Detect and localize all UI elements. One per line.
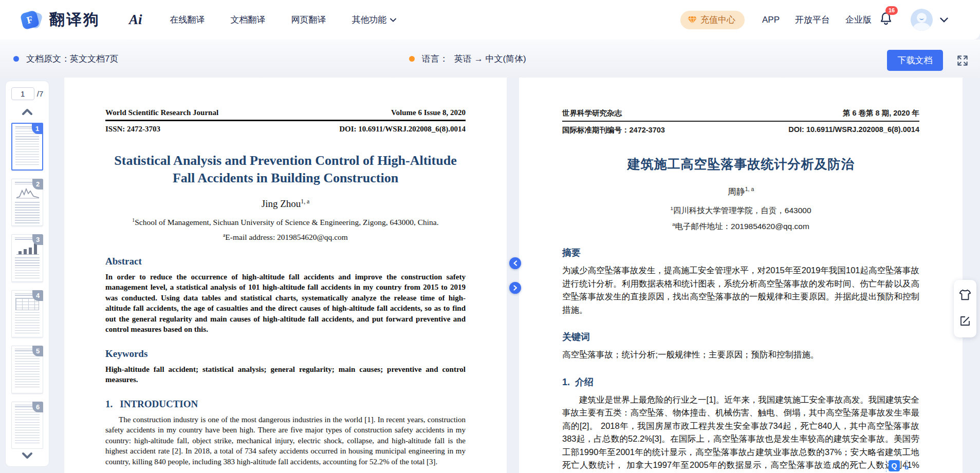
language-info: 语言： 英语 → 中文(简体)	[409, 40, 526, 78]
paper-author: Jing Zhou1, a	[105, 198, 466, 210]
nav-link-app[interactable]: APP	[762, 15, 780, 25]
chevron-up-icon	[21, 108, 33, 116]
keywords-heading-cn: 关键词	[562, 331, 919, 343]
chevron-right-icon	[513, 285, 517, 291]
keywords-text-cn: 高空坠落事故；统计分析;一般规律性；主要原因；预防和控制措施。	[562, 348, 919, 362]
recharge-center-button[interactable]: 充值中心	[680, 11, 745, 29]
word-lookup-button[interactable]: Q	[889, 460, 900, 471]
download-document-button[interactable]: 下载文档	[887, 50, 943, 71]
feedback-edit-button[interactable]	[959, 315, 971, 329]
keywords-text: High-altitude fall accident; statistical…	[105, 364, 466, 385]
document-toolbar: 文档原文：英文文档7页 语言： 英语 → 中文(简体)	[0, 40, 980, 78]
journal-issn-cn: 国际标准期刊编号：2472-3703	[562, 125, 665, 135]
edit-icon	[959, 315, 971, 327]
thumbnail-page-3[interactable]: 3	[11, 234, 43, 281]
fullscreen-expand-icon	[956, 54, 969, 67]
translated-document-panel: 世界科学研究杂志 第 6 卷第 8 期, 2020 年 国际标准期刊编号：247…	[519, 78, 963, 473]
page-number-badge: 5	[32, 346, 43, 356]
text-select-tool[interactable]: o u	[903, 459, 910, 470]
top-navbar: F 翻译狗 Ai 在线翻译 文档翻译 网页翻译 其他功能 充值中心 APP 开放…	[0, 0, 980, 40]
journal-doi: DOI: 10.6911/WSRJ.202008_6(8).0014	[339, 125, 466, 134]
paper-title: Statistical Analysis and Prevention Cont…	[105, 152, 466, 187]
page-number-badge: 1	[32, 123, 43, 134]
skin-tshirt-button[interactable]	[958, 288, 972, 304]
language-pair: 英语 → 中文(简体)	[454, 53, 526, 65]
page-number-badge: 2	[32, 179, 43, 190]
fullscreen-button[interactable]	[955, 53, 970, 68]
nav-item-more-features[interactable]: 其他功能	[352, 14, 396, 26]
gem-icon	[688, 16, 697, 24]
introduction-text-cn: 建筑业是世界上最危险的行业之一[1]。近年来，我国建筑施工安全事故高发。我国建筑…	[562, 393, 919, 473]
paper-email: aE-mail address: 2019854620@qq.com	[105, 232, 466, 242]
scroll-up-button[interactable]	[21, 108, 33, 118]
thumbnail-page-4[interactable]: 4	[11, 290, 43, 337]
nav-link-enterprise[interactable]: 企业版	[845, 14, 872, 26]
collapse-left-button[interactable]	[509, 257, 521, 269]
paper-author-cn: 周静1, a	[562, 186, 919, 198]
logo-icon: F	[21, 9, 43, 31]
section-1-heading: 1.INTRODUCTION	[105, 399, 466, 410]
abstract-text-cn: 为减少高空坠落事故发生，提高施工安全管理水平，对2015年至2019年我国101…	[562, 264, 919, 316]
side-tools-panel	[954, 280, 976, 337]
thumbnail-page-5[interactable]: 5	[11, 346, 43, 393]
page-number-badge: 4	[32, 290, 43, 301]
nav-item-webpage-translate[interactable]: 网页翻译	[291, 14, 326, 26]
avatar[interactable]	[911, 9, 933, 31]
thumbnail-page-2[interactable]: 2	[11, 179, 43, 226]
notifications-button[interactable]: 16	[879, 11, 893, 29]
paper-email-cn: a电子邮件地址：2019854620@qq.com	[562, 221, 919, 232]
nav-item-online-translate[interactable]: 在线翻译	[170, 14, 205, 26]
abstract-heading-cn: 摘要	[562, 247, 919, 259]
nav-item-document-translate[interactable]: 文档翻译	[231, 14, 266, 26]
main-nav: 在线翻译 文档翻译 网页翻译 其他功能	[170, 14, 422, 26]
chevron-left-icon	[513, 260, 517, 266]
thumbnail-page-6[interactable]: 6	[11, 402, 43, 449]
introduction-text: The construction industry is one of the …	[105, 414, 466, 467]
journal-doi-cn: DOI: 10.6911/WSRJ.202008_6(8).0014	[788, 125, 919, 135]
paper-title-cn: 建筑施工高空坠落事故统计分析及防治	[562, 156, 919, 173]
chevron-down-icon	[21, 452, 33, 459]
ai-logo[interactable]: Ai	[129, 12, 142, 28]
page-number-badge: 6	[32, 402, 43, 412]
paper-affiliation-cn: 1四川科技大学管理学院，自贡，643000	[562, 205, 919, 216]
page-number-input[interactable]	[11, 87, 34, 100]
source-doc-label: 文档原文：英文文档7页	[26, 53, 118, 65]
page-total-label: /7	[37, 89, 44, 98]
nav-link-open-platform[interactable]: 开放平台	[795, 14, 830, 26]
source-dot-icon	[13, 56, 19, 62]
journal-name-cn: 世界科学研究杂志	[562, 108, 622, 118]
journal-issn: ISSN: 2472-3703	[105, 125, 160, 134]
app-logo[interactable]: F 翻译狗	[21, 9, 100, 31]
journal-name: World Scientific Research Journal	[105, 108, 218, 117]
thumbnail-page-1[interactable]: 1	[11, 123, 43, 171]
thumbnail-list: 1 2 3 4 5 6	[11, 123, 43, 449]
chevron-down-icon	[390, 18, 396, 22]
journal-volume-cn: 第 6 卷第 8 期, 2020 年	[843, 108, 919, 118]
language-label: 语言：	[422, 53, 448, 65]
divider	[886, 460, 886, 472]
section-1-heading-cn: 1.介绍	[562, 376, 919, 388]
scroll-down-button[interactable]	[21, 452, 33, 461]
abstract-text: In order to reduce the occurrence of hig…	[105, 272, 466, 335]
language-dot-icon	[409, 56, 415, 62]
page-number-badge: 3	[32, 234, 43, 245]
abstract-heading: Abstract	[105, 256, 466, 267]
tshirt-icon	[958, 288, 972, 301]
journal-volume: Volume 6 Issue 8, 2020	[391, 108, 466, 117]
collapse-right-button[interactable]	[509, 282, 521, 294]
account-chevron-down-icon[interactable]	[940, 17, 948, 23]
logo-text: 翻译狗	[49, 9, 100, 30]
page-navigator: /7	[11, 87, 44, 100]
keywords-heading: Keywords	[105, 348, 466, 360]
page-thumbnail-sidebar: /7 1 2 3 4 5 6	[5, 81, 49, 467]
source-doc-info: 文档原文：英文文档7页	[13, 40, 118, 78]
notification-count-badge: 16	[885, 6, 898, 15]
paper-affiliation: 1School of Management, Sichuan Universit…	[105, 217, 466, 227]
source-document-panel: World Scientific Research Journal Volume…	[64, 78, 507, 473]
recharge-label: 充值中心	[700, 14, 735, 26]
